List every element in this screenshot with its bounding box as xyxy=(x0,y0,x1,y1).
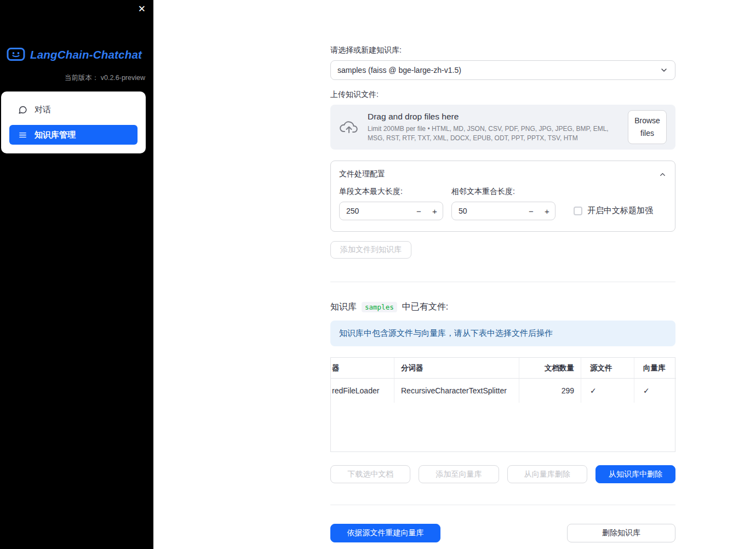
kb-select-label: 请选择或新建知识库: xyxy=(330,45,675,55)
column-header-splitter[interactable]: 分词器 xyxy=(394,358,519,379)
expander-header[interactable]: 文件处理配置 xyxy=(339,169,667,179)
column-header-loader[interactable]: 器 xyxy=(331,358,394,379)
existing-files-prefix: 知识库 xyxy=(330,301,357,313)
info-banner: 知识库中包含源文件与向量库，请从下表中选择文件后操作 xyxy=(330,321,675,346)
zh-title-enhance-group: 开启中文标题加强 xyxy=(574,205,653,216)
add-to-vector-store-button[interactable]: 添加至向量库 xyxy=(419,465,499,483)
download-selected-button[interactable]: 下载选中文档 xyxy=(330,465,410,483)
overlap-group: 相邻文本重合长度: 50 − + xyxy=(451,187,555,220)
dropzone-text: Drag and drop files here Limit 200MB per… xyxy=(368,112,619,142)
delete-from-vector-store-button[interactable]: 从向量库删除 xyxy=(507,465,587,483)
max-length-value: 250 xyxy=(340,207,411,215)
chevron-up-icon xyxy=(658,170,667,179)
app-logo: LangChain-Chatchat xyxy=(0,0,153,62)
max-length-label: 单段文本最大长度: xyxy=(339,187,443,197)
table-empty-area xyxy=(331,403,675,451)
divider xyxy=(330,282,675,282)
expander-title: 文件处理配置 xyxy=(339,169,385,179)
cloud-upload-icon xyxy=(339,119,359,135)
increment-button[interactable]: + xyxy=(427,202,443,220)
app-title: LangChain-Chatchat xyxy=(30,48,142,61)
zh-title-enhance-checkbox[interactable] xyxy=(574,207,582,215)
file-dropzone[interactable]: Drag and drop files here Limit 200MB per… xyxy=(330,105,675,150)
dropzone-title: Drag and drop files here xyxy=(368,112,619,122)
sidebar-item-label: 对话 xyxy=(35,105,51,115)
delete-from-kb-button[interactable]: 从知识库中删除 xyxy=(595,465,675,483)
sidebar-item-knowledge-base[interactable]: 知识库管理 xyxy=(9,125,138,145)
chevron-down-icon xyxy=(660,66,668,75)
kb-bottom-actions: 依据源文件重建向量库 删除知识库 xyxy=(330,524,675,542)
overlap-stepper[interactable]: 50 − + xyxy=(451,202,555,220)
delete-kb-button[interactable]: 删除知识库 xyxy=(567,524,675,542)
cell-splitter: RecursiveCharacterTextSplitter xyxy=(394,379,519,403)
add-files-to-kb-button[interactable]: 添加文件到知识库 xyxy=(330,241,411,259)
table-row[interactable]: redFileLoader RecursiveCharacterTextSpli… xyxy=(331,379,675,403)
file-config-expander: 文件处理配置 单段文本最大长度: 250 − + 相邻文 xyxy=(330,161,675,232)
sidebar-nav: 对话 知识库管理 xyxy=(1,92,146,153)
sidebar: ✕ LangChain-Chatchat 当前版本： v0.2.6-previe… xyxy=(0,0,153,549)
sidebar-close-icon[interactable]: ✕ xyxy=(138,4,146,15)
divider xyxy=(330,505,675,505)
sidebar-item-dialogue[interactable]: 对话 xyxy=(9,100,138,119)
overlap-label: 相邻文本重合长度: xyxy=(451,187,555,197)
column-header-vector-store[interactable]: 向量库 xyxy=(634,358,676,379)
column-header-source-file[interactable]: 源文件 xyxy=(581,358,634,379)
max-length-group: 单段文本最大长度: 250 − + xyxy=(339,187,443,220)
existing-files-heading: 知识库 samples 中已有文件: xyxy=(330,301,675,313)
kb-selectbox-value: samples (faiss @ bge-large-zh-v1.5) xyxy=(337,66,461,75)
zh-title-enhance-label: 开启中文标题加强 xyxy=(587,205,653,216)
kb-name-code: samples xyxy=(362,302,397,312)
dropzone-limit: Limit 200MB per file • HTML, MD, JSON, C… xyxy=(368,124,619,142)
chatbot-logo-icon xyxy=(7,47,25,62)
files-table[interactable]: 器 分词器 文档数量 源文件 向量库 redFileLoader Recursi… xyxy=(330,357,675,452)
version-label: 当前版本： v0.2.6-preview xyxy=(0,73,153,83)
list-icon xyxy=(18,130,27,140)
decrement-button[interactable]: − xyxy=(523,202,539,220)
cell-source-file-check: ✓ xyxy=(581,379,634,403)
kb-selectbox[interactable]: samples (faiss @ bge-large-zh-v1.5) xyxy=(330,60,675,80)
max-length-stepper[interactable]: 250 − + xyxy=(339,202,443,220)
chat-bubble-icon xyxy=(18,105,27,115)
decrement-button[interactable]: − xyxy=(411,202,427,220)
file-actions-row: 下载选中文档 添加至向量库 从向量库删除 从知识库中删除 xyxy=(330,465,675,483)
browse-files-button[interactable]: Browse files xyxy=(628,110,667,144)
table-header-row: 器 分词器 文档数量 源文件 向量库 xyxy=(331,358,675,379)
existing-files-suffix: 中已有文件: xyxy=(402,301,448,313)
increment-button[interactable]: + xyxy=(539,202,555,220)
main-area: 请选择或新建知识库: samples (faiss @ bge-large-zh… xyxy=(153,0,756,549)
cell-docs-count: 299 xyxy=(519,379,581,403)
cell-loader: redFileLoader xyxy=(331,379,394,403)
column-header-docs-count[interactable]: 文档数量 xyxy=(519,358,581,379)
rebuild-vector-store-button[interactable]: 依据源文件重建向量库 xyxy=(330,524,440,542)
overlap-value: 50 xyxy=(452,207,523,215)
cell-vector-store-check: ✓ xyxy=(634,379,676,403)
sidebar-item-label: 知识库管理 xyxy=(35,130,76,140)
upload-label: 上传知识文件: xyxy=(330,90,675,100)
